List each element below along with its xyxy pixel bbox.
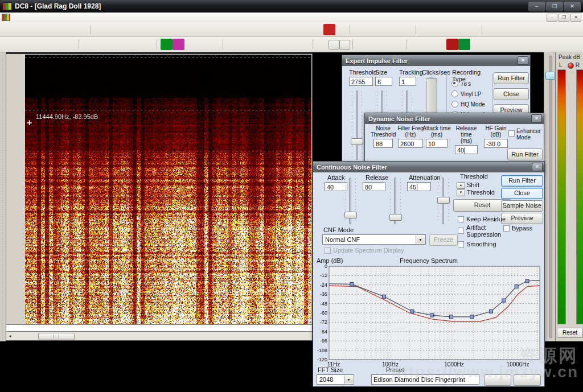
recording-type-radio[interactable]: HQ Mode bbox=[451, 99, 492, 109]
dnf-value-field[interactable]: -30.0 bbox=[484, 139, 508, 148]
vertical-slider-thumb[interactable] bbox=[545, 72, 555, 80]
attack-slider-thumb[interactable] bbox=[344, 212, 357, 218]
histogram-icon[interactable] bbox=[52, 39, 64, 50]
menu-item[interactable] bbox=[22, 17, 30, 18]
toolbar-icon[interactable] bbox=[416, 24, 417, 35]
preview-button[interactable]: Preview bbox=[501, 213, 543, 224]
size-field[interactable]: 6 bbox=[375, 77, 392, 86]
left-channel-icon[interactable] bbox=[329, 40, 339, 49]
save-icon[interactable] bbox=[17, 24, 28, 35]
close-button[interactable]: ✕ bbox=[564, 2, 581, 11]
toolbar-icon[interactable] bbox=[91, 24, 92, 35]
mdi-minimize-button[interactable]: – bbox=[547, 14, 557, 22]
notes-icon[interactable] bbox=[392, 39, 404, 50]
run-filter-button[interactable]: Run Filter bbox=[507, 148, 543, 160]
cd-burn-icon[interactable] bbox=[446, 39, 458, 50]
play-selection-icon[interactable] bbox=[455, 24, 467, 35]
grid-wave-icon[interactable] bbox=[40, 39, 52, 50]
toolbar-icon[interactable] bbox=[223, 39, 224, 49]
fast-forward-icon[interactable] bbox=[389, 24, 401, 35]
bypass-checkbox[interactable] bbox=[503, 225, 510, 232]
smoothing-checkbox[interactable] bbox=[458, 241, 464, 247]
copy-icon[interactable] bbox=[40, 24, 52, 35]
cd-player-icon[interactable] bbox=[251, 39, 262, 50]
toolbar-icon[interactable] bbox=[313, 39, 314, 49]
cut-icon[interactable] bbox=[28, 24, 40, 35]
toolbar-icon[interactable] bbox=[482, 24, 483, 35]
ez-clean-icon[interactable] bbox=[422, 39, 434, 50]
lowpass-filter-icon[interactable] bbox=[83, 39, 95, 50]
document-icon[interactable] bbox=[2, 14, 10, 21]
cnf-mode-dropdown[interactable]: Normal CNF ▼ bbox=[322, 234, 426, 245]
toolbar-icon[interactable] bbox=[352, 39, 354, 49]
chevron-down-icon[interactable]: ▼ bbox=[344, 376, 353, 383]
close-icon[interactable]: ✕ bbox=[531, 114, 542, 123]
stereo-lr-icon[interactable] bbox=[317, 39, 329, 50]
dvd-burn-icon[interactable] bbox=[458, 39, 470, 50]
dnf-value-field[interactable]: 88 bbox=[373, 139, 393, 148]
attack-field[interactable]: 40 bbox=[325, 182, 347, 191]
pencil-icon[interactable] bbox=[95, 24, 106, 35]
dialog-title-bar[interactable]: Expert Impulse Filter ✕ bbox=[342, 55, 530, 66]
preset-delete-button[interactable] bbox=[514, 374, 541, 386]
pause-icon[interactable] bbox=[377, 24, 389, 35]
dnf-value-field[interactable]: 2600 bbox=[398, 139, 423, 148]
stop-icon[interactable] bbox=[432, 24, 444, 35]
bowtie-icon[interactable] bbox=[274, 39, 286, 50]
help-icon[interactable] bbox=[76, 24, 88, 35]
close-button[interactable]: Close bbox=[501, 188, 543, 199]
highpass-filter-icon[interactable] bbox=[95, 39, 106, 50]
close-icon[interactable]: ✕ bbox=[518, 56, 528, 65]
menu-item[interactable] bbox=[38, 17, 46, 18]
go-end-icon[interactable] bbox=[401, 24, 413, 35]
menu-item[interactable] bbox=[46, 17, 54, 18]
zoom-out-icon[interactable] bbox=[522, 24, 533, 35]
menu-item[interactable] bbox=[77, 17, 85, 18]
menu-item[interactable] bbox=[85, 17, 93, 18]
shift-down-icon[interactable]: ▼ bbox=[457, 189, 465, 196]
minimize-button[interactable]: – bbox=[528, 2, 545, 11]
maximize-button[interactable]: ❐ bbox=[546, 2, 563, 11]
mdi-restore-button[interactable]: ❐ bbox=[559, 14, 569, 22]
run-filter-button[interactable]: Run Filter bbox=[494, 72, 529, 84]
toolbar-icon[interactable] bbox=[157, 39, 158, 49]
toolbar-icon[interactable] bbox=[350, 24, 351, 35]
artifact-suppression-checkbox[interactable] bbox=[458, 228, 464, 234]
toolbar-icon[interactable] bbox=[142, 24, 323, 35]
right-channel-icon[interactable] bbox=[339, 40, 350, 49]
wave-filter-icon[interactable] bbox=[335, 24, 347, 35]
tracking-field[interactable]: 1 bbox=[399, 77, 416, 86]
jukebox-icon[interactable] bbox=[227, 39, 239, 50]
dialog-title-bar[interactable]: Dynamic Noise Filter ✕ bbox=[365, 113, 544, 124]
print-icon[interactable] bbox=[64, 24, 76, 35]
menu-item[interactable] bbox=[54, 17, 61, 18]
tv-icon[interactable] bbox=[239, 39, 251, 50]
preset-save-button[interactable] bbox=[484, 374, 511, 386]
scope-icon[interactable] bbox=[28, 39, 40, 50]
zoom-selection-icon[interactable] bbox=[498, 24, 510, 35]
bandpass-filter-icon[interactable] bbox=[106, 39, 118, 50]
splitter-icon[interactable] bbox=[196, 39, 208, 50]
slope-filter-icon[interactable] bbox=[142, 39, 154, 50]
keep-residue-checkbox[interactable] bbox=[458, 216, 464, 222]
wave-edit-icon[interactable] bbox=[5, 39, 17, 50]
wave-view-icon[interactable] bbox=[467, 24, 479, 35]
close-icon[interactable]: ✕ bbox=[532, 163, 543, 171]
delete-filter-icon[interactable] bbox=[130, 39, 142, 50]
attenuation-slider-thumb[interactable] bbox=[437, 197, 450, 204]
scroll-left-arrow-icon[interactable]: ◂ bbox=[6, 333, 14, 340]
fft-size-dropdown[interactable]: 2048 ▼ bbox=[317, 374, 354, 385]
eq-20-band-icon[interactable] bbox=[173, 39, 184, 50]
impulse-tool-icon[interactable] bbox=[17, 39, 28, 50]
eq-10-band-icon[interactable] bbox=[161, 39, 173, 50]
open-icon[interactable] bbox=[5, 24, 17, 35]
menu-item[interactable] bbox=[14, 17, 22, 18]
flask-icon[interactable] bbox=[286, 39, 298, 50]
mdi-close-button[interactable]: ✕ bbox=[570, 14, 581, 22]
keyboard-icon[interactable] bbox=[356, 39, 368, 50]
vinyl-icon[interactable] bbox=[380, 39, 392, 50]
preset-field[interactable]: Edison Diamond Disc Fingerprint bbox=[371, 374, 479, 385]
meter-reset-button[interactable]: Reset bbox=[557, 328, 583, 338]
toolbar-icon[interactable] bbox=[407, 39, 408, 49]
paste-icon[interactable] bbox=[52, 24, 64, 35]
